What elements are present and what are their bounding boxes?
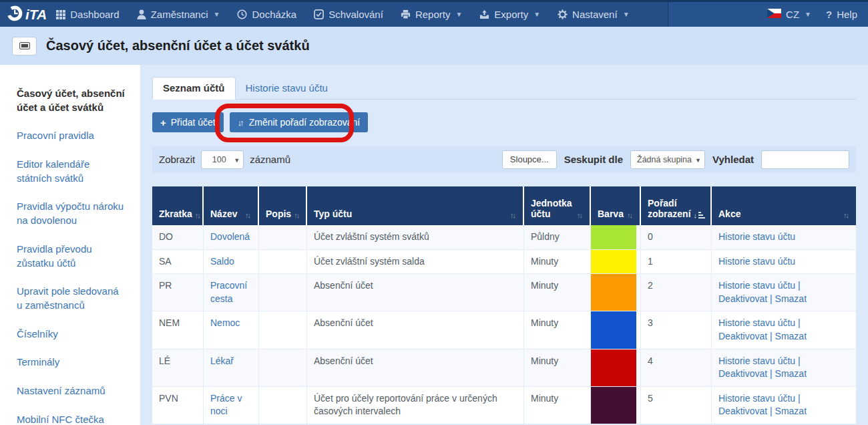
nav-item-nastaveni[interactable]: Nastavení ▼ <box>558 9 629 20</box>
sidebar-item-casovy-ucet[interactable]: Časový účet, absenční účet a účet svátků <box>17 87 127 114</box>
chevron-down-icon: ▼ <box>455 11 462 18</box>
account-name-link[interactable]: Práce v noci <box>210 393 242 417</box>
account-name-link[interactable]: Saldo <box>210 256 234 267</box>
chevron-down-icon: ▼ <box>533 11 540 18</box>
accounts-table: Zkratka ↑↓ Název ↑↓ Popis ↑↓ Typ účtu ↑↓… <box>152 186 856 424</box>
add-account-button[interactable]: + Přidat účet <box>152 112 224 132</box>
nav-item-zamestnanci[interactable]: Zaměstnanci ▼ <box>137 9 220 20</box>
color-swatch <box>591 250 636 274</box>
search-input[interactable] <box>761 150 849 169</box>
cell-akce: Historie stavu účtu <box>712 250 856 275</box>
row-action-links[interactable]: Historie stavu účtu | Deaktivovat | Smaz… <box>718 317 807 341</box>
account-name-link[interactable]: Nemoc <box>210 317 240 328</box>
col-header-poradi-zobrazeni[interactable]: Pořadí zobrazení ↓ <box>641 186 712 225</box>
row-action-links[interactable]: Historie stavu účtu | Deaktivovat | Smaz… <box>718 356 807 380</box>
nav-item-label: Nastavení <box>572 9 618 20</box>
color-swatch <box>591 274 636 311</box>
sidebar-item-editor-kalendare[interactable]: Editor kalendáře státních svátků <box>17 158 127 185</box>
columns-button[interactable]: Sloupce... <box>502 150 557 169</box>
question-icon: ? <box>826 9 832 20</box>
nav-item-exporty[interactable]: Exporty ▼ <box>479 9 540 20</box>
nav-item-dashboard[interactable]: Dashboard <box>56 9 119 20</box>
row-action-links[interactable]: Historie stavu účtu | Deaktivovat | Smaz… <box>718 280 807 304</box>
sidebar-item-ciselniky[interactable]: Číselníky <box>17 327 127 341</box>
cell-jednotka: Minuty <box>524 349 591 387</box>
chevron-down-icon: ▼ <box>234 157 240 164</box>
account-name-link[interactable]: Dovolená <box>210 231 250 242</box>
sidebar-item-pracovni-pravidla[interactable]: Pracovní pravidla <box>17 129 127 143</box>
row-action-links[interactable]: Historie stavu účtu <box>718 231 795 242</box>
nav-item-dochazka[interactable]: Docházka <box>237 9 296 20</box>
col-header-akce[interactable]: Akce ↑↓ <box>712 186 856 225</box>
sidebar-item-nastaveni-zaznamu[interactable]: Nastavení záznamů <box>17 384 127 398</box>
cell-popis <box>259 349 307 387</box>
cell-jednotka: Minuty <box>524 387 591 424</box>
page-title: Časový účet, absenční účet a účet svátků <box>46 38 310 53</box>
gear-icon <box>558 9 568 19</box>
table-row: NEM Nemoc Absenční účet Minuty 3 Histori… <box>152 311 856 349</box>
cell-typ-uctu: Účet zvláštní systém salda <box>307 250 524 275</box>
row-action-links[interactable]: Historie stavu účtu | Deaktivovat | Smaz… <box>718 393 807 417</box>
cell-nazev: Nemoc <box>204 311 259 349</box>
table-header-row: Zkratka ↑↓ Název ↑↓ Popis ↑↓ Typ účtu ↑↓… <box>152 186 856 225</box>
page-header: Časový účet, absenční účet a účet svátků <box>0 27 868 65</box>
cell-zkratka: NEM <box>152 311 204 349</box>
col-header-zkratka[interactable]: Zkratka ↑↓ <box>152 186 204 225</box>
reorder-button[interactable]: ↓↑ Změnit pořadí zobrazování <box>230 112 369 132</box>
chevron-down-icon: ▼ <box>695 157 701 164</box>
cell-poradi: 4 <box>641 349 712 387</box>
col-header-barva[interactable]: Barva ↑↓ <box>591 186 641 225</box>
user-icon <box>137 9 146 19</box>
col-header-nazev[interactable]: Název ↑↓ <box>204 186 259 225</box>
search-label: Vyhledat <box>712 154 754 165</box>
cell-typ-uctu: Účet zvláštní systém svátků <box>307 225 524 250</box>
main-content: Seznam účtů Historie stavu účtu + Přidat… <box>140 65 868 425</box>
group-by-select[interactable]: Žádná skupina ▼ <box>630 150 705 169</box>
chevron-down-icon: ▼ <box>214 11 220 18</box>
sidebar-item-pravidla-prevodu[interactable]: Pravidla převodu zůstatku účtů <box>17 243 127 270</box>
cell-nazev: Dovolená <box>204 225 259 250</box>
nav-item-label: Exporty <box>494 9 528 20</box>
account-name-link[interactable]: Pracovní cesta <box>210 280 247 304</box>
cell-barva <box>591 349 641 387</box>
tab-historie-stavu-uctu[interactable]: Historie stavu účtu <box>236 78 338 99</box>
color-swatch <box>591 387 636 424</box>
cell-akce: Historie stavu účtu <box>712 225 856 250</box>
sidebar-item-mobilni-nfc[interactable]: Mobilní NFC čtečka <box>17 413 127 425</box>
sort-icon: ↑↓ <box>627 211 633 219</box>
sidebar-item-terminaly[interactable]: Terminály <box>17 356 127 370</box>
cell-zkratka: SA <box>152 250 204 275</box>
check-icon <box>314 9 324 19</box>
nav-item-schvalovani[interactable]: Schvalování <box>314 9 383 20</box>
cell-poradi: 5 <box>641 387 712 424</box>
account-name-link[interactable]: Lékař <box>210 356 234 366</box>
card-icon <box>19 40 30 52</box>
nav-item-reporty[interactable]: Reporty ▼ <box>401 9 462 20</box>
settings-sidebar: Časový účet, absenční účet a účet svátků… <box>0 65 140 425</box>
col-header-popis[interactable]: Popis ↑↓ <box>259 186 307 225</box>
row-action-links[interactable]: Historie stavu účtu <box>718 256 795 267</box>
nav-item-label: Docházka <box>252 9 296 20</box>
nav-item-label: Zaměstnanci <box>151 9 208 20</box>
nav-item-label: Dashboard <box>70 9 119 20</box>
col-header-jednotka-uctu[interactable]: Jednotka účtu ↑↓ <box>524 186 591 225</box>
records-label: záznamů <box>250 154 290 165</box>
navbar-right-controls: CZ ▼ ? Help <box>767 9 868 20</box>
language-selector[interactable]: CZ ▼ <box>767 9 811 20</box>
sidebar-item-pravidla-vypoctu[interactable]: Pravidla výpočtu nároku na dovolenou <box>17 200 127 227</box>
table-row: LÉ Lékař Absenční účet Minuty 4 Historie… <box>152 349 856 387</box>
cell-zkratka: DO <box>152 225 204 250</box>
app-logo[interactable]: iTA <box>0 5 56 24</box>
chevron-down-icon: ▼ <box>623 11 630 18</box>
cell-popis <box>259 225 307 250</box>
sidebar-item-upravit-pole[interactable]: Upravit pole sledovaná u zaměstnanců <box>17 285 127 312</box>
page-size-select[interactable]: 100 ▼ <box>201 150 244 169</box>
page-header-icon-button[interactable] <box>12 37 37 55</box>
tab-seznam-uctu[interactable]: Seznam účtů <box>152 77 236 100</box>
cell-akce: Historie stavu účtu | Deaktivovat | Smaz… <box>712 349 856 387</box>
color-swatch <box>591 311 636 348</box>
help-button[interactable]: ? Help <box>826 9 857 20</box>
nav-item-label: Schvalování <box>329 9 383 20</box>
clock-icon <box>237 9 247 19</box>
col-header-typ-uctu[interactable]: Typ účtu ↑↓ <box>307 186 524 225</box>
